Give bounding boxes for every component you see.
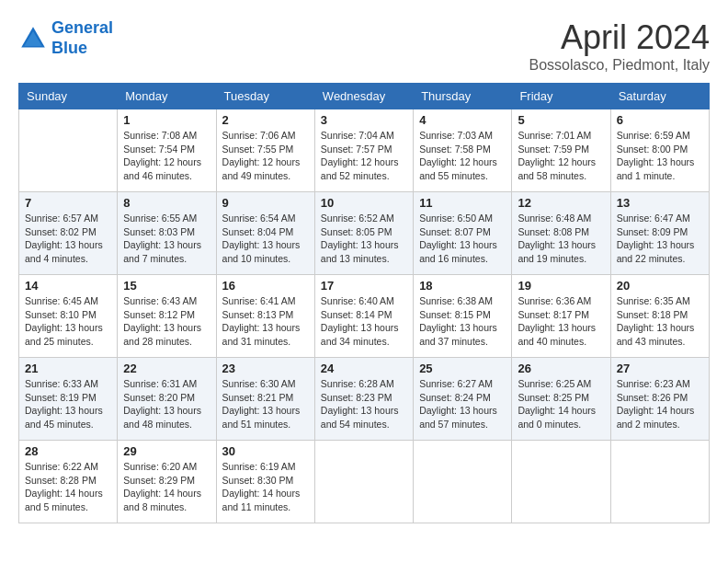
day-number: 2 [222, 113, 309, 127]
month-title: April 2024 [529, 18, 710, 57]
calendar-cell: 2Sunrise: 7:06 AM Sunset: 7:55 PM Daylig… [216, 109, 314, 192]
day-number: 26 [518, 362, 604, 375]
calendar-cell: 28Sunrise: 6:22 AM Sunset: 8:28 PM Dayli… [19, 441, 118, 523]
calendar-cell: 29Sunrise: 6:20 AM Sunset: 8:29 PM Dayli… [118, 441, 216, 523]
calendar-week-1: 1Sunrise: 7:08 AM Sunset: 7:54 PM Daylig… [19, 109, 710, 192]
day-number: 3 [321, 113, 407, 127]
logo-line1: General [51, 18, 113, 37]
day-info: Sunrise: 6:43 AM Sunset: 8:12 PM Dayligh… [123, 294, 210, 349]
calendar-cell: 22Sunrise: 6:31 AM Sunset: 8:20 PM Dayli… [118, 358, 216, 441]
day-info: Sunrise: 6:35 AM Sunset: 8:18 PM Dayligh… [617, 294, 703, 349]
calendar-header: SundayMondayTuesdayWednesdayThursdayFrid… [19, 84, 710, 109]
day-number: 16 [222, 279, 309, 293]
day-number: 29 [123, 444, 210, 458]
weekday-header-thursday: Thursday [414, 84, 512, 109]
calendar-cell: 21Sunrise: 6:33 AM Sunset: 8:19 PM Dayli… [19, 358, 118, 441]
location-title: Bossolasco, Piedmont, Italy [529, 57, 710, 74]
day-info: Sunrise: 6:30 AM Sunset: 8:21 PM Dayligh… [222, 377, 309, 431]
calendar-week-4: 21Sunrise: 6:33 AM Sunset: 8:19 PM Dayli… [19, 358, 710, 441]
day-info: Sunrise: 6:55 AM Sunset: 8:03 PM Dayligh… [123, 212, 210, 266]
calendar-week-5: 28Sunrise: 6:22 AM Sunset: 8:28 PM Dayli… [19, 441, 710, 523]
day-number: 23 [222, 362, 309, 375]
day-info: Sunrise: 6:19 AM Sunset: 8:30 PM Dayligh… [222, 460, 309, 514]
calendar-cell: 9Sunrise: 6:54 AM Sunset: 8:04 PM Daylig… [216, 192, 314, 275]
calendar-cell: 11Sunrise: 6:50 AM Sunset: 8:07 PM Dayli… [414, 192, 512, 275]
weekday-header-friday: Friday [512, 84, 610, 109]
day-info: Sunrise: 6:33 AM Sunset: 8:19 PM Dayligh… [25, 377, 111, 431]
calendar-cell: 15Sunrise: 6:43 AM Sunset: 8:12 PM Dayli… [118, 275, 216, 358]
day-number: 17 [321, 279, 407, 293]
day-info: Sunrise: 6:54 AM Sunset: 8:04 PM Dayligh… [222, 212, 309, 266]
weekday-header-row: SundayMondayTuesdayWednesdayThursdayFrid… [19, 84, 710, 109]
weekday-header-sunday: Sunday [19, 84, 118, 109]
day-number: 12 [518, 196, 604, 210]
day-info: Sunrise: 6:48 AM Sunset: 8:08 PM Dayligh… [518, 212, 604, 266]
calendar-cell: 12Sunrise: 6:48 AM Sunset: 8:08 PM Dayli… [512, 192, 610, 275]
weekday-header-saturday: Saturday [610, 84, 709, 109]
day-number: 30 [222, 444, 309, 458]
day-info: Sunrise: 6:50 AM Sunset: 8:07 PM Dayligh… [419, 212, 506, 266]
day-number: 14 [25, 279, 111, 293]
day-number: 19 [518, 279, 604, 293]
page-header: General Blue April 2024 Bossolasco, Pied… [18, 18, 710, 74]
calendar-cell [512, 441, 610, 523]
calendar-cell: 24Sunrise: 6:28 AM Sunset: 8:23 PM Dayli… [314, 358, 413, 441]
logo-icon [18, 24, 48, 53]
calendar-cell: 4Sunrise: 7:03 AM Sunset: 7:58 PM Daylig… [414, 109, 512, 192]
day-number: 6 [617, 113, 703, 127]
calendar-cell: 6Sunrise: 6:59 AM Sunset: 8:00 PM Daylig… [610, 109, 709, 192]
calendar-table: SundayMondayTuesdayWednesdayThursdayFrid… [18, 83, 710, 523]
day-info: Sunrise: 7:08 AM Sunset: 7:54 PM Dayligh… [123, 129, 210, 183]
calendar-cell: 5Sunrise: 7:01 AM Sunset: 7:59 PM Daylig… [512, 109, 610, 192]
weekday-header-tuesday: Tuesday [216, 84, 314, 109]
day-number: 9 [222, 196, 309, 210]
calendar-cell: 18Sunrise: 6:38 AM Sunset: 8:15 PM Dayli… [414, 275, 512, 358]
title-area: April 2024 Bossolasco, Piedmont, Italy [529, 18, 710, 74]
day-number: 24 [321, 362, 407, 375]
logo-text: General Blue [51, 18, 113, 58]
day-info: Sunrise: 6:36 AM Sunset: 8:17 PM Dayligh… [518, 294, 604, 349]
weekday-header-wednesday: Wednesday [314, 84, 413, 109]
calendar-week-3: 14Sunrise: 6:45 AM Sunset: 8:10 PM Dayli… [19, 275, 710, 358]
calendar-cell: 17Sunrise: 6:40 AM Sunset: 8:14 PM Dayli… [314, 275, 413, 358]
day-info: Sunrise: 6:38 AM Sunset: 8:15 PM Dayligh… [419, 294, 506, 349]
day-info: Sunrise: 6:41 AM Sunset: 8:13 PM Dayligh… [222, 294, 309, 349]
day-number: 28 [25, 444, 111, 458]
calendar-cell [414, 441, 512, 523]
calendar-cell: 8Sunrise: 6:55 AM Sunset: 8:03 PM Daylig… [118, 192, 216, 275]
day-number: 10 [321, 196, 407, 210]
day-info: Sunrise: 6:31 AM Sunset: 8:20 PM Dayligh… [123, 377, 210, 431]
calendar-cell: 26Sunrise: 6:25 AM Sunset: 8:25 PM Dayli… [512, 358, 610, 441]
day-number: 25 [419, 362, 506, 375]
weekday-header-monday: Monday [118, 84, 216, 109]
calendar-cell: 10Sunrise: 6:52 AM Sunset: 8:05 PM Dayli… [314, 192, 413, 275]
calendar-week-2: 7Sunrise: 6:57 AM Sunset: 8:02 PM Daylig… [19, 192, 710, 275]
day-info: Sunrise: 6:20 AM Sunset: 8:29 PM Dayligh… [123, 460, 210, 514]
calendar-cell [610, 441, 709, 523]
calendar-cell: 1Sunrise: 7:08 AM Sunset: 7:54 PM Daylig… [118, 109, 216, 192]
day-number: 1 [123, 113, 210, 127]
calendar-cell: 25Sunrise: 6:27 AM Sunset: 8:24 PM Dayli… [414, 358, 512, 441]
calendar-cell: 27Sunrise: 6:23 AM Sunset: 8:26 PM Dayli… [610, 358, 709, 441]
calendar-cell: 30Sunrise: 6:19 AM Sunset: 8:30 PM Dayli… [216, 441, 314, 523]
day-number: 18 [419, 279, 506, 293]
day-number: 20 [617, 279, 703, 293]
calendar-cell: 23Sunrise: 6:30 AM Sunset: 8:21 PM Dayli… [216, 358, 314, 441]
day-number: 7 [25, 196, 111, 210]
day-number: 21 [25, 362, 111, 375]
day-info: Sunrise: 7:03 AM Sunset: 7:58 PM Dayligh… [419, 129, 506, 183]
day-number: 27 [617, 362, 703, 375]
calendar-cell: 13Sunrise: 6:47 AM Sunset: 8:09 PM Dayli… [610, 192, 709, 275]
day-info: Sunrise: 7:04 AM Sunset: 7:57 PM Dayligh… [321, 129, 407, 183]
day-number: 11 [419, 196, 506, 210]
day-info: Sunrise: 6:25 AM Sunset: 8:25 PM Dayligh… [518, 377, 604, 431]
calendar-body: 1Sunrise: 7:08 AM Sunset: 7:54 PM Daylig… [19, 109, 710, 523]
day-number: 22 [123, 362, 210, 375]
calendar-cell: 14Sunrise: 6:45 AM Sunset: 8:10 PM Dayli… [19, 275, 118, 358]
day-number: 5 [518, 113, 604, 127]
day-info: Sunrise: 7:06 AM Sunset: 7:55 PM Dayligh… [222, 129, 309, 183]
day-info: Sunrise: 6:47 AM Sunset: 8:09 PM Dayligh… [617, 212, 703, 266]
logo: General Blue [18, 18, 113, 58]
calendar-cell: 19Sunrise: 6:36 AM Sunset: 8:17 PM Dayli… [512, 275, 610, 358]
day-info: Sunrise: 6:57 AM Sunset: 8:02 PM Dayligh… [25, 212, 111, 266]
